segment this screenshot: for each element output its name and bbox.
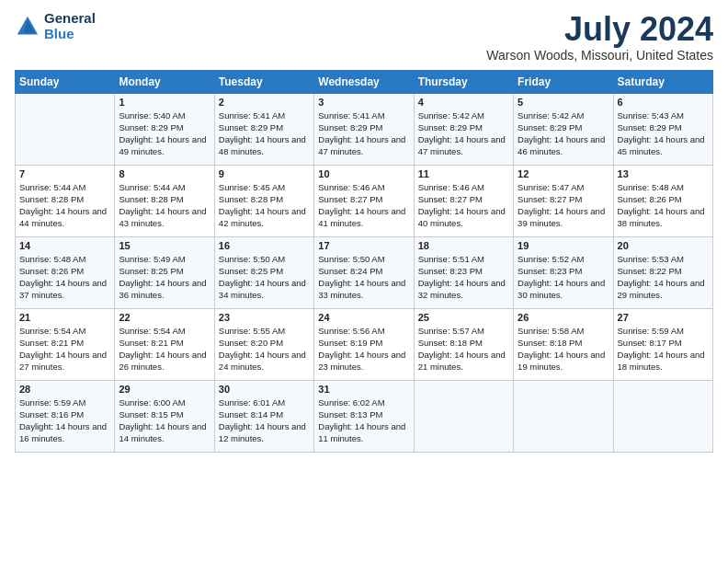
day-number: 5: [518, 97, 609, 108]
header-friday: Friday: [514, 70, 613, 93]
cell-info: Sunrise: 5:53 AMSunset: 8:22 PMDaylight:…: [618, 253, 709, 302]
sunrise-text: Sunrise: 5:46 AM: [318, 181, 409, 193]
cell-info: Sunrise: 5:51 AMSunset: 8:23 PMDaylight:…: [418, 253, 509, 302]
sunset-text: Sunset: 8:27 PM: [518, 193, 609, 205]
week-row-2: 7Sunrise: 5:44 AMSunset: 8:28 PMDaylight…: [16, 165, 713, 236]
cell-info: Sunrise: 5:41 AMSunset: 8:29 PMDaylight:…: [318, 109, 409, 158]
sunrise-text: Sunrise: 5:44 AM: [19, 181, 110, 193]
table-row: 15Sunrise: 5:49 AMSunset: 8:25 PMDayligh…: [115, 236, 214, 308]
daylight-text: Daylight: 14 hours and 48 minutes.: [219, 133, 310, 158]
header-thursday: Thursday: [414, 70, 513, 93]
day-number: 10: [318, 168, 409, 179]
sunset-text: Sunset: 8:23 PM: [518, 265, 609, 277]
day-number: 30: [219, 384, 310, 395]
sunset-text: Sunset: 8:15 PM: [119, 408, 210, 420]
daylight-text: Daylight: 14 hours and 21 minutes.: [418, 349, 509, 373]
week-row-4: 21Sunrise: 5:54 AMSunset: 8:21 PMDayligh…: [16, 308, 713, 380]
daylight-text: Daylight: 14 hours and 32 minutes.: [418, 277, 509, 302]
day-number: 2: [219, 97, 310, 108]
table-row: 12Sunrise: 5:47 AMSunset: 8:27 PMDayligh…: [514, 165, 613, 236]
day-number: 25: [418, 312, 509, 323]
table-row: 2Sunrise: 5:41 AMSunset: 8:29 PMDaylight…: [214, 93, 313, 165]
sunrise-text: Sunrise: 6:01 AM: [219, 396, 310, 408]
cell-info: Sunrise: 5:42 AMSunset: 8:29 PMDaylight:…: [418, 109, 509, 158]
cell-info: Sunrise: 5:55 AMSunset: 8:20 PMDaylight:…: [219, 325, 310, 373]
day-number: 16: [219, 240, 310, 251]
daylight-text: Daylight: 14 hours and 43 minutes.: [119, 205, 210, 230]
daylight-text: Daylight: 14 hours and 41 minutes.: [318, 205, 409, 230]
sunset-text: Sunset: 8:24 PM: [318, 265, 409, 277]
subtitle: Warson Woods, Missouri, United States: [486, 48, 713, 63]
sunrise-text: Sunrise: 5:59 AM: [618, 325, 709, 337]
sunrise-text: Sunrise: 6:00 AM: [119, 396, 210, 408]
week-row-3: 14Sunrise: 5:48 AMSunset: 8:26 PMDayligh…: [16, 236, 713, 308]
daylight-text: Daylight: 14 hours and 40 minutes.: [418, 205, 509, 230]
table-row: 7Sunrise: 5:44 AMSunset: 8:28 PMDaylight…: [16, 165, 115, 236]
day-number: 4: [418, 97, 509, 108]
sunrise-text: Sunrise: 5:56 AM: [318, 325, 409, 337]
day-number: 3: [318, 97, 409, 108]
table-row: [613, 380, 712, 452]
sunset-text: Sunset: 8:14 PM: [219, 408, 310, 420]
table-row: 17Sunrise: 5:50 AMSunset: 8:24 PMDayligh…: [314, 236, 414, 308]
day-number: 7: [19, 168, 110, 179]
calendar-body: 1Sunrise: 5:40 AMSunset: 8:29 PMDaylight…: [16, 93, 713, 452]
cell-info: Sunrise: 5:57 AMSunset: 8:18 PMDaylight:…: [418, 325, 509, 373]
daylight-text: Daylight: 14 hours and 47 minutes.: [418, 133, 509, 158]
sunrise-text: Sunrise: 5:45 AM: [219, 181, 310, 193]
sunrise-text: Sunrise: 5:44 AM: [119, 181, 210, 193]
cell-info: Sunrise: 6:00 AMSunset: 8:15 PMDaylight:…: [119, 396, 210, 445]
day-number: 24: [318, 312, 409, 323]
daylight-text: Daylight: 14 hours and 30 minutes.: [518, 277, 609, 302]
table-row: 31Sunrise: 6:02 AMSunset: 8:13 PMDayligh…: [314, 380, 414, 452]
sunset-text: Sunset: 8:29 PM: [618, 121, 709, 133]
table-row: 9Sunrise: 5:45 AMSunset: 8:28 PMDaylight…: [214, 165, 313, 236]
logo-icon: [15, 14, 40, 40]
cell-info: Sunrise: 5:59 AMSunset: 8:16 PMDaylight:…: [19, 396, 110, 445]
daylight-text: Daylight: 14 hours and 14 minutes.: [119, 420, 210, 445]
cell-info: Sunrise: 5:58 AMSunset: 8:18 PMDaylight:…: [518, 325, 609, 373]
cell-info: Sunrise: 5:43 AMSunset: 8:29 PMDaylight:…: [618, 109, 709, 158]
sunrise-text: Sunrise: 5:51 AM: [418, 253, 509, 265]
table-row: 28Sunrise: 5:59 AMSunset: 8:16 PMDayligh…: [16, 380, 115, 452]
sunset-text: Sunset: 8:28 PM: [219, 193, 310, 205]
sunset-text: Sunset: 8:29 PM: [219, 121, 310, 133]
table-row: 10Sunrise: 5:46 AMSunset: 8:27 PMDayligh…: [314, 165, 414, 236]
daylight-text: Daylight: 14 hours and 18 minutes.: [618, 349, 709, 373]
sunset-text: Sunset: 8:18 PM: [418, 337, 509, 349]
sunrise-text: Sunrise: 5:55 AM: [219, 325, 310, 337]
day-number: 11: [418, 168, 509, 179]
daylight-text: Daylight: 14 hours and 34 minutes.: [219, 277, 310, 302]
sunrise-text: Sunrise: 5:40 AM: [119, 109, 210, 121]
sunset-text: Sunset: 8:16 PM: [19, 408, 110, 420]
daylight-text: Daylight: 14 hours and 46 minutes.: [518, 133, 609, 158]
daylight-text: Daylight: 14 hours and 44 minutes.: [19, 205, 110, 230]
main-title: July 2024: [486, 11, 713, 48]
table-row: 4Sunrise: 5:42 AMSunset: 8:29 PMDaylight…: [414, 93, 513, 165]
calendar-table: SundayMondayTuesdayWednesdayThursdayFrid…: [15, 70, 713, 453]
sunrise-text: Sunrise: 5:50 AM: [219, 253, 310, 265]
cell-info: Sunrise: 5:40 AMSunset: 8:29 PMDaylight:…: [119, 109, 210, 158]
table-row: 3Sunrise: 5:41 AMSunset: 8:29 PMDaylight…: [314, 93, 414, 165]
cell-info: Sunrise: 5:44 AMSunset: 8:28 PMDaylight:…: [19, 181, 110, 230]
sunrise-text: Sunrise: 5:52 AM: [518, 253, 609, 265]
sunrise-text: Sunrise: 5:57 AM: [418, 325, 509, 337]
week-row-5: 28Sunrise: 5:59 AMSunset: 8:16 PMDayligh…: [16, 380, 713, 452]
cell-info: Sunrise: 6:02 AMSunset: 8:13 PMDaylight:…: [318, 396, 409, 445]
daylight-text: Daylight: 14 hours and 47 minutes.: [318, 133, 409, 158]
header-tuesday: Tuesday: [214, 70, 313, 93]
table-row: 23Sunrise: 5:55 AMSunset: 8:20 PMDayligh…: [214, 308, 313, 380]
day-number: 17: [318, 240, 409, 251]
day-number: 12: [518, 168, 609, 179]
header: General Blue July 2024 Warson Woods, Mis…: [15, 11, 713, 63]
sunset-text: Sunset: 8:29 PM: [119, 121, 210, 133]
cell-info: Sunrise: 5:54 AMSunset: 8:21 PMDaylight:…: [119, 325, 210, 373]
day-number: 23: [219, 312, 310, 323]
sunrise-text: Sunrise: 5:42 AM: [518, 109, 609, 121]
header-sunday: Sunday: [16, 70, 115, 93]
sunset-text: Sunset: 8:22 PM: [618, 265, 709, 277]
table-row: 25Sunrise: 5:57 AMSunset: 8:18 PMDayligh…: [414, 308, 513, 380]
cell-info: Sunrise: 5:50 AMSunset: 8:25 PMDaylight:…: [219, 253, 310, 302]
table-row: 29Sunrise: 6:00 AMSunset: 8:15 PMDayligh…: [115, 380, 214, 452]
daylight-text: Daylight: 14 hours and 42 minutes.: [219, 205, 310, 230]
